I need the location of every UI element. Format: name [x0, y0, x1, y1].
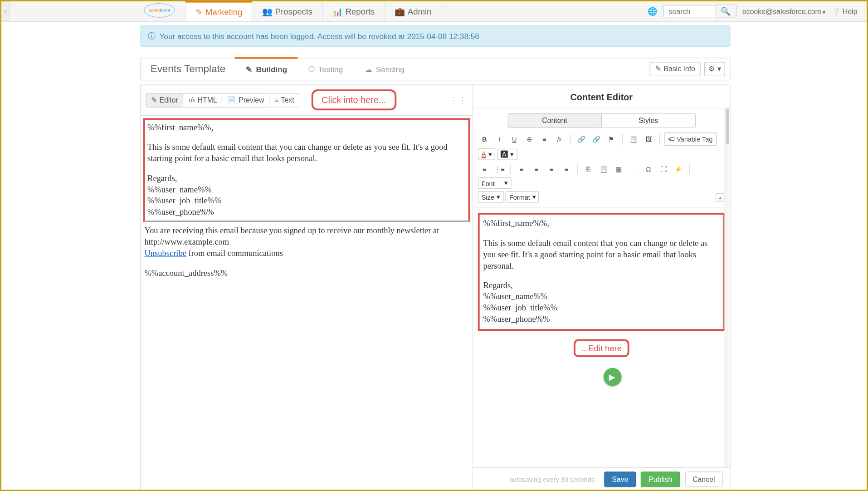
edit-icon: ✎ — [151, 96, 157, 104]
copy-icon: ⎘ — [586, 166, 590, 173]
italic-button[interactable]: I — [493, 133, 506, 146]
expand-icon: ⛶ — [660, 166, 667, 173]
rt-user-phone: %%user_phone%% — [483, 314, 720, 325]
bold-button[interactable]: B — [478, 133, 491, 146]
step-testing[interactable]: Testing — [298, 58, 354, 80]
nav-reports[interactable]: 📊 Reports — [322, 1, 385, 21]
table-icon: ▦ — [615, 165, 621, 173]
content-tab[interactable]: Content — [507, 113, 602, 128]
expand-pane-button[interactable]: ▶ — [604, 368, 622, 386]
email-body-text: This is some default email content that … — [147, 142, 466, 165]
nav-marketing[interactable]: ✎ Marketing — [185, 1, 252, 21]
ordered-list-button[interactable]: ≡ — [478, 162, 491, 176]
search-icon: 🔍 — [721, 7, 731, 16]
nav-reports-label: Reports — [346, 6, 375, 16]
unlink-button[interactable]: 🔗 — [590, 133, 603, 146]
nav-prospects[interactable]: 👥 Prospects — [253, 1, 323, 21]
settings-dropdown[interactable]: ⚙ ▾ — [704, 62, 725, 76]
rich-text-editor[interactable]: %%first_name%%, This is some default ema… — [478, 213, 725, 331]
unordered-list-button[interactable]: ⋮≡ — [493, 162, 506, 176]
drag-handle-icon[interactable]: ⋮⋮ — [450, 95, 468, 105]
scrollbar[interactable] — [725, 108, 730, 479]
anchor-button[interactable]: ⚑ — [605, 133, 618, 146]
unsubscribe-link[interactable]: Unsubscribe — [144, 249, 186, 258]
email-editable-region[interactable]: %%first_name%%, This is some default ema… — [143, 118, 470, 222]
flash-button[interactable]: ⚡ — [672, 162, 685, 176]
file-icon: 📄 — [227, 96, 236, 104]
image-icon: 🖼 — [645, 136, 652, 143]
special-char-button[interactable]: Ω — [642, 162, 655, 176]
indent-button[interactable]: ≡ — [538, 133, 551, 146]
styles-tab[interactable]: Styles — [602, 113, 696, 128]
rt-body: This is some default email content that … — [483, 238, 720, 272]
search-box: 🔍 — [663, 5, 736, 18]
search-button[interactable]: 🔍 — [716, 5, 736, 18]
bolt-icon: ⚡ — [674, 165, 683, 173]
rt-regards: Regards, — [483, 280, 720, 292]
copy-button[interactable]: ⎘ — [582, 162, 595, 176]
content-editor-pane: Content Editor Content Styles B I U S ≡ … — [473, 84, 730, 491]
text-color-picker[interactable]: A ▾ — [478, 148, 496, 160]
media-button[interactable]: 🖼 — [642, 133, 655, 146]
collapse-toolbar-button[interactable]: ▴ — [716, 193, 725, 201]
underline-button[interactable]: U — [508, 133, 521, 146]
edit-icon: ✎ — [246, 65, 253, 74]
align-right-button[interactable]: ≡ — [545, 162, 558, 176]
tab-text[interactable]: ≡ Text — [269, 93, 299, 107]
link-button[interactable]: 🔗 — [575, 133, 588, 146]
tag-icon: 🏷 — [668, 136, 675, 143]
nav-admin[interactable]: 💼 Admin — [385, 1, 442, 21]
format-label: Format — [509, 193, 530, 201]
callout-edit-here: ...Edit here — [573, 339, 629, 358]
lines-icon: ≡ — [274, 96, 278, 104]
step-building[interactable]: ✎ Building — [235, 57, 298, 80]
email-greeting: %%first_name%%, — [147, 123, 466, 134]
tab-text-label: Text — [281, 96, 294, 104]
globe-icon[interactable]: 🌐 — [648, 7, 657, 16]
variable-tag-label: Variable Tag — [677, 136, 712, 143]
image-button[interactable]: 📋 — [627, 133, 640, 146]
variable-tag-button[interactable]: 🏷 Variable Tag — [664, 133, 717, 146]
alert-text: Your access to this account has been log… — [159, 32, 479, 41]
paste-button[interactable]: 📋 — [597, 162, 610, 176]
tab-preview[interactable]: 📄 Preview — [223, 93, 270, 107]
access-alert: ⓘ Your access to this account has been l… — [140, 25, 731, 47]
paste-icon: 📋 — [600, 165, 608, 173]
help-link[interactable]: ❔ Help — [832, 7, 858, 15]
step-sending-label: Sending — [376, 64, 405, 74]
user-menu[interactable]: ecooke@salesforce.com — [742, 7, 826, 15]
tab-editor[interactable]: ✎ Editor — [146, 93, 184, 107]
tab-html[interactable]: ‹/› HTML — [184, 93, 223, 107]
page-title: Events Template — [141, 63, 235, 75]
align-justify-button[interactable]: ≡ — [560, 162, 573, 176]
rt-user-name: %%user_name%% — [483, 291, 720, 303]
save-button[interactable]: Save — [604, 471, 636, 487]
align-left-button[interactable]: ≡ — [515, 162, 528, 176]
size-select[interactable]: Size ▾ — [478, 191, 504, 202]
search-input[interactable] — [663, 5, 716, 18]
ul-icon: ⋮≡ — [494, 165, 505, 173]
gear-icon: ⚙ — [708, 65, 715, 73]
hr-button[interactable]: — — [627, 162, 640, 176]
caret-down-icon: ▾ — [717, 65, 721, 73]
basic-info-button[interactable]: ✎ Basic Info — [650, 62, 701, 76]
link-icon: 🔗 — [577, 135, 585, 143]
table-button[interactable]: ▦ — [612, 162, 625, 176]
font-select[interactable]: Font ▾ — [478, 177, 512, 189]
expand-button[interactable]: ⛶ — [657, 162, 670, 176]
tab-html-label: HTML — [198, 96, 217, 104]
strike-button[interactable]: S — [523, 133, 536, 146]
email-preview-pane: ✎ Editor ‹/› HTML 📄 Preview ≡ Text Click… — [141, 84, 473, 491]
clear-format-button[interactable]: Ix — [553, 133, 566, 146]
align-center-button[interactable]: ≡ — [530, 162, 543, 176]
editor-footer: autosaving every 30 seconds Save Publish… — [473, 467, 730, 491]
step-sending[interactable]: ☁ Sending — [354, 58, 415, 80]
rt-greeting: %%first_name%%, — [483, 218, 720, 230]
format-select[interactable]: Format ▾ — [506, 191, 539, 202]
collapse-handle[interactable]: ≡ — [1, 1, 10, 20]
pardot-logo[interactable]: salesforce — [144, 3, 175, 18]
autosave-text: autosaving every 30 seconds — [509, 476, 595, 483]
publish-button[interactable]: Publish — [641, 471, 680, 487]
bg-color-picker[interactable]: A ▾ — [497, 148, 517, 160]
cancel-button[interactable]: Cancel — [685, 471, 723, 487]
